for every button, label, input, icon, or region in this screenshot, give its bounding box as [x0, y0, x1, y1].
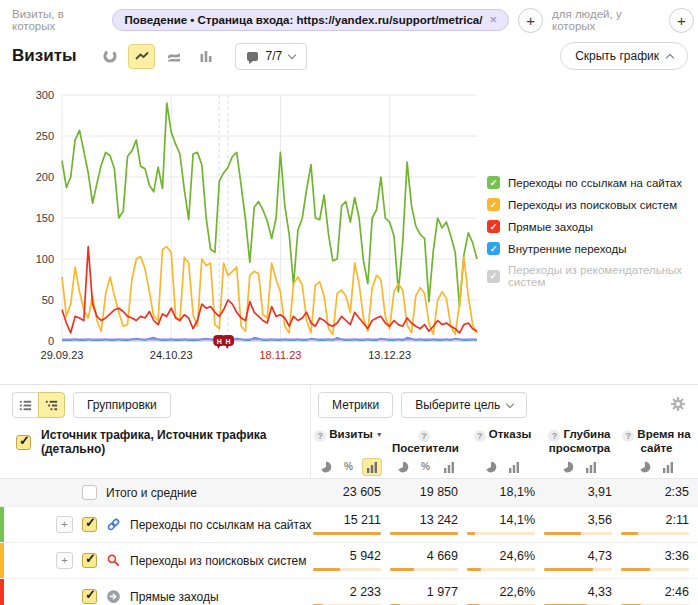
yandex-metrica-traffic-report: Визиты, в которых Поведение • Страница в…	[0, 0, 698, 605]
chevron-down-icon	[288, 50, 296, 58]
table-header-row: Источник трафика, Источник трафика (дета…	[0, 425, 698, 455]
legend-checkbox[interactable]	[487, 270, 500, 283]
hide-chart-button[interactable]: Скрыть график	[560, 42, 688, 70]
chart-type-switcher	[96, 44, 219, 69]
groupings-button[interactable]: Группировки	[73, 392, 171, 418]
bounces-display-toggles	[464, 458, 541, 476]
row-label[interactable]: Прямые заходы	[130, 590, 219, 604]
depth-display-toggles	[541, 458, 618, 476]
chart-header: Визиты 7/7 Скрыть график	[12, 42, 688, 70]
chevron-down-icon	[506, 399, 514, 407]
legend-checkbox[interactable]	[487, 242, 500, 255]
row-checkbox[interactable]	[82, 589, 97, 604]
svg-text:18.11.23: 18.11.23	[259, 349, 301, 361]
comment-bubble-icon	[247, 52, 258, 61]
expand-row-button[interactable]: +	[56, 516, 73, 533]
bars-toggle-icon[interactable]	[658, 458, 678, 476]
view-mode-switcher	[12, 392, 65, 418]
svg-text:200: 200	[36, 171, 54, 183]
comments-dropdown-button[interactable]: 7/7	[235, 43, 307, 70]
chip-close-icon[interactable]: ×	[489, 15, 497, 25]
legend-item-links[interactable]: Переходы по ссылкам на сайтах	[487, 176, 698, 189]
legend-checkbox[interactable]	[487, 198, 500, 211]
row-checkbox[interactable]	[82, 517, 97, 532]
help-icon[interactable]: ?	[474, 430, 486, 442]
column-header-visitors[interactable]: ?Посетители	[387, 428, 464, 456]
value-bar	[467, 568, 535, 571]
percent-toggle-icon[interactable]: %	[339, 458, 359, 476]
value-bar	[621, 532, 689, 535]
visits-value: 5 942	[312, 550, 381, 563]
add-visit-condition-button[interactable]: +	[518, 8, 543, 33]
svg-text:24.10.23: 24.10.23	[150, 349, 193, 361]
table-settings-gear-icon[interactable]	[670, 396, 686, 415]
value-bar	[390, 568, 458, 571]
pie-toggle-icon[interactable]	[635, 458, 655, 476]
value-bar	[621, 568, 689, 571]
column-header-bounces[interactable]: ?Отказы	[464, 428, 541, 442]
help-icon[interactable]: ?	[418, 430, 430, 442]
pie-toggle-icon[interactable]	[558, 458, 578, 476]
add-people-condition-button[interactable]: +	[669, 8, 694, 33]
legend-checkbox[interactable]	[487, 220, 500, 233]
link-icon	[106, 517, 121, 532]
chart-type-line-icon[interactable]	[128, 44, 155, 69]
row-checkbox[interactable]	[82, 485, 97, 500]
pie-toggle-icon[interactable]	[481, 458, 501, 476]
legend-item-internal[interactable]: Внутренние переходы	[487, 242, 698, 255]
chart-type-stacked-area-icon[interactable]	[160, 44, 187, 69]
help-icon[interactable]: ?	[622, 430, 634, 442]
legend-item-direct[interactable]: Прямые заходы	[487, 220, 698, 233]
help-icon[interactable]: ?	[548, 430, 560, 442]
percent-toggle-icon[interactable]: %	[416, 458, 436, 476]
row-label[interactable]: Переходы из поисковых систем	[130, 554, 306, 568]
visits-value: 2 233	[312, 586, 381, 599]
time-display-toggles	[618, 458, 695, 476]
value-bar	[544, 568, 612, 571]
filter-prefix-label: Визиты, в которых	[12, 8, 103, 32]
segment-chip[interactable]: Поведение • Страница входа: https://yand…	[112, 9, 509, 31]
value-bar	[313, 568, 381, 571]
dimension-header-label[interactable]: Источник трафика, Источник трафика (дета…	[41, 428, 310, 456]
legend-item-recommendations[interactable]: Переходы из рекомендательных систем	[487, 264, 698, 288]
visitors-value: 1 977	[389, 586, 458, 599]
metrics-button[interactable]: Метрики	[318, 392, 393, 418]
pie-toggle-icon[interactable]	[316, 458, 336, 476]
table-row-search: + Переходы из поисковых систем 5 942 4 6…	[0, 543, 698, 579]
svg-text:150: 150	[36, 212, 54, 224]
goal-select-button[interactable]: Выберите цель	[401, 392, 527, 418]
help-icon[interactable]: ?	[314, 430, 326, 442]
report-table: Группировки Метрики Выберите цель Источн…	[0, 384, 698, 605]
table-toolbar: Группировки Метрики Выберите цель	[0, 385, 698, 425]
comments-count: 7/7	[265, 49, 282, 63]
chart-type-pie-icon[interactable]	[96, 44, 123, 69]
expand-row-button[interactable]: +	[56, 552, 73, 569]
depth-value: 4,73	[543, 550, 612, 563]
flat-list-view-icon[interactable]	[12, 392, 39, 418]
chart-type-columns-icon[interactable]	[192, 44, 219, 69]
bars-toggle-icon[interactable]	[581, 458, 601, 476]
row-label[interactable]: Переходы по ссылкам на сайтах	[130, 518, 312, 532]
segment-chip-text: Поведение • Страница входа: https://yand…	[124, 14, 482, 26]
search-icon	[106, 553, 121, 568]
time-value: 3:36	[620, 550, 689, 563]
svg-text:13.12.23: 13.12.23	[368, 349, 411, 361]
bars-toggle-icon[interactable]	[439, 458, 459, 476]
bars-toggle-icon[interactable]	[362, 458, 382, 476]
column-header-time-on-site[interactable]: ?Время на сайте	[618, 428, 695, 456]
people-filter-label: для людей, у которых	[552, 8, 660, 32]
column-header-visits[interactable]: ?Визиты▼	[310, 428, 387, 442]
visitors-display-toggles: %	[387, 458, 464, 476]
visits-value: 23 605	[312, 486, 381, 499]
tree-view-icon[interactable]	[38, 392, 65, 418]
select-all-checkbox[interactable]	[16, 435, 31, 450]
row-checkbox[interactable]	[82, 553, 97, 568]
visits-line-chart: 05010015020025030029.09.2324.10.2318.11.…	[6, 84, 486, 366]
legend-item-search[interactable]: Переходы из поисковых систем	[487, 198, 698, 211]
table-row-links: + Переходы по ссылкам на сайтах 15 211 1…	[0, 507, 698, 543]
pie-toggle-icon[interactable]	[393, 458, 413, 476]
column-header-depth[interactable]: ?Глубина просмотра	[541, 428, 618, 456]
legend-checkbox[interactable]	[487, 176, 500, 189]
bars-toggle-icon[interactable]	[504, 458, 524, 476]
table-row-direct: + Прямые заходы 2 233 1 977 22,6% 4,33 2…	[0, 579, 698, 605]
